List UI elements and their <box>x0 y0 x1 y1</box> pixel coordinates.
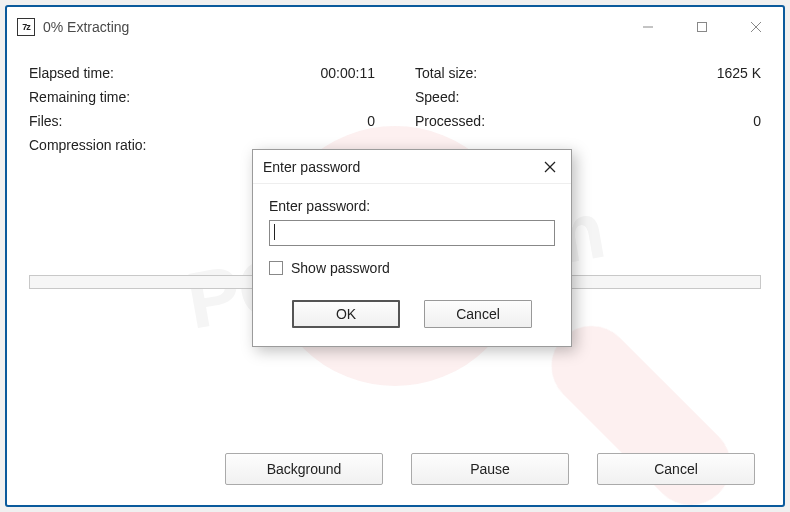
dialog-cancel-button[interactable]: Cancel <box>424 300 532 328</box>
password-input[interactable] <box>269 220 555 246</box>
close-button[interactable] <box>729 7 783 47</box>
files-label: Files: <box>29 113 62 129</box>
processed-value: 0 <box>753 113 761 129</box>
remaining-time-label: Remaining time: <box>29 89 130 105</box>
speed-label: Speed: <box>415 89 459 105</box>
titlebar: 7z 0% Extracting <box>7 7 783 47</box>
minimize-button[interactable] <box>621 7 675 47</box>
total-size-label: Total size: <box>415 65 477 81</box>
dialog-titlebar: Enter password <box>253 150 571 184</box>
dialog-ok-button[interactable]: OK <box>292 300 400 328</box>
pause-button[interactable]: Pause <box>411 453 569 485</box>
text-caret <box>274 224 275 240</box>
window-title: 0% Extracting <box>43 19 129 35</box>
app-icon: 7z <box>17 18 35 36</box>
files-value: 0 <box>367 113 375 129</box>
elapsed-time-label: Elapsed time: <box>29 65 114 81</box>
cancel-button[interactable]: Cancel <box>597 453 755 485</box>
dialog-close-button[interactable] <box>529 150 571 184</box>
background-button[interactable]: Background <box>225 453 383 485</box>
total-size-value: 1625 K <box>717 65 761 81</box>
show-password-checkbox[interactable] <box>269 261 283 275</box>
password-field-label: Enter password: <box>269 198 555 214</box>
maximize-button[interactable] <box>675 7 729 47</box>
svg-rect-1 <box>698 23 707 32</box>
dialog-title: Enter password <box>263 159 360 175</box>
compression-ratio-label: Compression ratio: <box>29 137 147 153</box>
elapsed-time-value: 00:00:11 <box>321 65 376 81</box>
password-dialog: Enter password Enter password: Show pass… <box>252 149 572 347</box>
show-password-label: Show password <box>291 260 390 276</box>
processed-label: Processed: <box>415 113 485 129</box>
